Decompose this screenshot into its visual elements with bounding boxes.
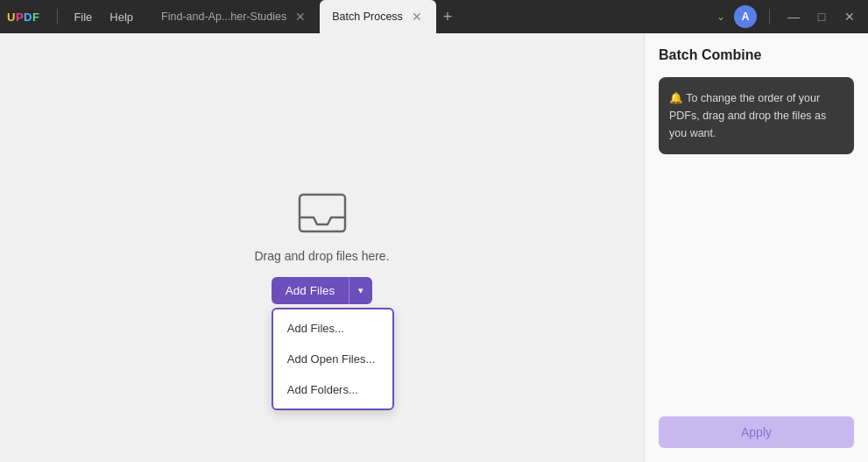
avatar[interactable]: A — [734, 5, 757, 28]
apply-button[interactable]: Apply — [659, 416, 854, 448]
logo-f: F — [32, 11, 39, 24]
panel-footer: Apply — [659, 416, 854, 448]
tab-add-button[interactable]: + — [436, 8, 460, 26]
tab-close-icon[interactable]: ✕ — [293, 10, 307, 24]
dropdown-item-add-folders[interactable]: Add Folders... — [273, 374, 392, 405]
add-files-arrow-icon[interactable]: ▾ — [349, 278, 372, 303]
drop-text: Drag and drop files here. — [254, 249, 389, 263]
drop-zone: Drag and drop files here. Add Files ▾ Ad… — [254, 191, 389, 304]
tab-label: Find-and-Ap...her-Studies — [161, 11, 286, 23]
tab-find-and-ap[interactable]: Find-and-Ap...her-Studies ✕ — [149, 0, 320, 33]
inbox-icon — [296, 191, 349, 235]
tab-label: Batch Process — [332, 11, 403, 23]
tab-bar: Find-and-Ap...her-Studies ✕ Batch Proces… — [149, 0, 713, 33]
tab-close-icon[interactable]: ✕ — [410, 10, 424, 24]
tab-batch-process[interactable]: Batch Process ✕ — [320, 0, 436, 33]
close-button[interactable]: ✕ — [838, 5, 861, 28]
maximize-button[interactable]: □ — [810, 5, 833, 28]
main-content: Drag and drop files here. Add Files ▾ Ad… — [0, 33, 868, 462]
logo-d: D — [24, 11, 32, 24]
minimize-button[interactable]: — — [782, 5, 805, 28]
menu-help[interactable]: Help — [101, 7, 142, 27]
add-files-label: Add Files — [272, 277, 349, 304]
menu-file[interactable]: File — [65, 7, 101, 27]
panel-title: Batch Combine — [659, 47, 854, 63]
add-files-dropdown: Add Files... Add Open Files... Add Folde… — [272, 308, 394, 410]
drop-zone-area: Drag and drop files here. Add Files ▾ Ad… — [0, 33, 644, 462]
info-icon: 🔔 — [669, 92, 683, 104]
add-files-wrapper: Add Files ▾ Add Files... Add Open Files.… — [272, 277, 372, 304]
controls-divider — [769, 9, 770, 25]
add-files-button[interactable]: Add Files ▾ — [272, 277, 372, 304]
info-text: To change the order of your PDFs, drag a… — [669, 92, 826, 139]
info-box: 🔔 To change the order of your PDFs, drag… — [659, 77, 854, 154]
title-bar: UPDF File Help Find-and-Ap...her-Studies… — [0, 0, 868, 33]
dropdown-item-add-open-files[interactable]: Add Open Files... — [273, 344, 392, 374]
window-controls: ⌄ A — □ ✕ — [713, 5, 861, 28]
dropdown-item-add-files[interactable]: Add Files... — [273, 313, 392, 344]
logo-u: U — [7, 11, 16, 24]
app-logo: UPDF — [7, 11, 39, 24]
title-divider — [57, 9, 58, 25]
right-panel: Batch Combine 🔔 To change the order of y… — [644, 33, 868, 462]
svg-rect-0 — [300, 195, 345, 231]
logo-p: P — [16, 11, 24, 24]
tabs-overflow-button[interactable]: ⌄ — [713, 7, 729, 26]
